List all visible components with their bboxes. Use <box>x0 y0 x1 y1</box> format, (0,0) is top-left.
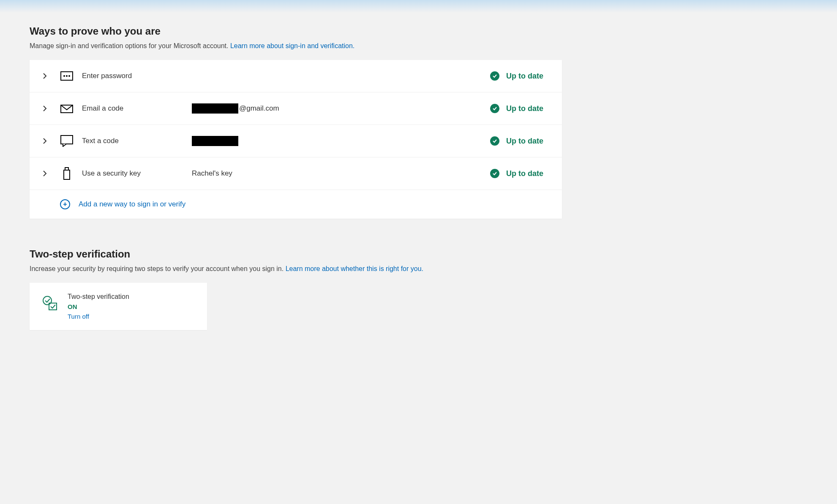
method-row-password[interactable]: Enter password Up to date <box>30 60 562 92</box>
add-method-row[interactable]: + Add a new way to sign in or verify <box>30 190 562 219</box>
svg-point-2 <box>66 75 68 77</box>
method-label: Enter password <box>82 72 192 80</box>
method-row-security-key[interactable]: Use a security key Rachel's key Up to da… <box>30 157 562 190</box>
add-method-label: Add a new way to sign in or verify <box>79 200 185 209</box>
method-detail: @gmail.com <box>192 103 490 114</box>
two-step-status: ON <box>68 303 129 310</box>
two-step-description: Increase your security by requiring two … <box>30 265 562 273</box>
svg-rect-7 <box>64 170 70 179</box>
method-label: Use a security key <box>82 169 192 178</box>
two-step-label: Two-step verification <box>68 293 129 301</box>
methods-list: Enter password Up to date Email a code @… <box>30 60 562 219</box>
status-text: Up to date <box>506 104 543 113</box>
check-icon <box>490 104 499 113</box>
status-text: Up to date <box>506 169 543 178</box>
redacted-email <box>192 103 238 114</box>
method-detail <box>192 136 490 146</box>
method-row-email[interactable]: Email a code @gmail.com Up to date <box>30 92 562 125</box>
usb-key-icon <box>60 167 74 180</box>
learn-more-signin-link[interactable]: Learn more about sign-in and verificatio… <box>230 42 354 49</box>
ways-description-text: Manage sign-in and verification options … <box>30 42 230 49</box>
svg-point-1 <box>63 75 65 77</box>
check-icon <box>490 169 499 178</box>
check-icon <box>490 71 499 81</box>
password-icon <box>60 69 74 83</box>
status-text: Up to date <box>506 72 543 81</box>
redacted-phone <box>192 136 238 146</box>
method-detail: Rachel's key <box>192 169 490 178</box>
two-step-card: Two-step verification ON Turn off <box>30 283 207 330</box>
two-step-description-text: Increase your security by requiring two … <box>30 265 286 272</box>
svg-rect-5 <box>61 135 73 144</box>
learn-more-two-step-link[interactable]: Learn more about whether this is right f… <box>286 265 423 272</box>
method-label: Email a code <box>82 104 192 113</box>
svg-point-3 <box>68 75 70 77</box>
chat-icon <box>60 134 74 148</box>
email-domain: @gmail.com <box>239 104 279 113</box>
turn-off-link[interactable]: Turn off <box>68 313 129 320</box>
ways-description: Manage sign-in and verification options … <box>30 42 562 50</box>
plus-circle-icon: + <box>60 199 70 209</box>
chevron-right-icon <box>40 136 50 146</box>
chevron-right-icon <box>40 168 50 179</box>
check-icon <box>490 136 499 146</box>
status-text: Up to date <box>506 137 543 146</box>
method-row-text[interactable]: Text a code Up to date <box>30 125 562 157</box>
ways-heading: Ways to prove who you are <box>30 25 562 37</box>
chevron-right-icon <box>40 103 50 114</box>
two-step-heading: Two-step verification <box>30 248 562 260</box>
shield-check-icon <box>41 295 58 312</box>
method-label: Text a code <box>82 137 192 145</box>
email-icon <box>60 102 74 115</box>
chevron-right-icon <box>40 71 50 81</box>
